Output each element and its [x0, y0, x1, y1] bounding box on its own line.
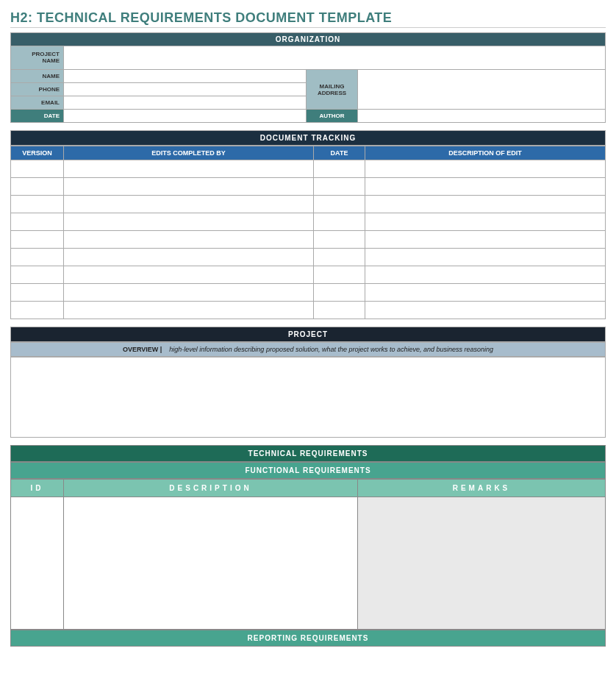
tracking-row — [11, 284, 606, 302]
tracking-cell-version[interactable] — [11, 302, 64, 319]
value-phone[interactable] — [64, 83, 307, 96]
tracking-cell-description[interactable] — [365, 196, 606, 213]
functional-remarks[interactable] — [358, 497, 606, 630]
tracking-cell-description[interactable] — [365, 178, 606, 196]
tracking-cell-date[interactable] — [314, 213, 365, 231]
document-tracking-header: DOCUMENT TRACKING — [10, 130, 606, 146]
tracking-row — [11, 213, 606, 231]
project-header: PROJECT — [10, 327, 606, 342]
value-mailing-address[interactable] — [358, 70, 606, 110]
col-version: VERSION — [11, 146, 64, 160]
tracking-cell-date[interactable] — [314, 302, 365, 319]
tracking-cell-version[interactable] — [11, 178, 64, 196]
tracking-cell-edits_by[interactable] — [64, 231, 314, 249]
tracking-cell-date[interactable] — [314, 249, 365, 266]
tracking-cell-description[interactable] — [365, 284, 606, 302]
tracking-cell-date[interactable] — [314, 266, 365, 284]
functional-row — [11, 497, 606, 630]
value-email[interactable] — [64, 96, 307, 110]
col-remarks: REMARKS — [358, 480, 606, 497]
value-name[interactable] — [64, 70, 307, 83]
col-func-description: DESCRIPTION — [64, 480, 358, 497]
tracking-cell-edits_by[interactable] — [64, 284, 314, 302]
tracking-cell-date[interactable] — [314, 160, 365, 178]
tracking-cell-version[interactable] — [11, 231, 64, 249]
tracking-cell-edits_by[interactable] — [64, 160, 314, 178]
tracking-row — [11, 178, 606, 196]
tracking-cell-date[interactable] — [314, 284, 365, 302]
tracking-row — [11, 302, 606, 319]
tracking-row — [11, 160, 606, 178]
tracking-cell-version[interactable] — [11, 249, 64, 266]
label-email: EMAIL — [11, 96, 64, 110]
overview-description: high-level information describing propos… — [169, 346, 493, 353]
tracking-cell-edits_by[interactable] — [64, 302, 314, 319]
functional-description[interactable] — [64, 497, 358, 630]
overview-label: OVERVIEW | — [123, 346, 162, 353]
tracking-cell-version[interactable] — [11, 213, 64, 231]
organization-table: ORGANIZATION PROJECT NAME NAME MAILING A… — [10, 32, 606, 123]
value-date[interactable] — [64, 110, 307, 123]
tracking-cell-edits_by[interactable] — [64, 196, 314, 213]
tracking-cell-description[interactable] — [365, 160, 606, 178]
reporting-requirements-header: REPORTING REQUIREMENTS — [10, 630, 606, 647]
label-mailing-address: MAILING ADDRESS — [307, 70, 358, 110]
value-author[interactable] — [358, 110, 606, 123]
tracking-cell-description[interactable] — [365, 213, 606, 231]
label-project-name: PROJECT NAME — [11, 46, 64, 70]
document-tracking-table: VERSION EDITS COMPLETED BY DATE DESCRIPT… — [10, 146, 606, 319]
tracking-row — [11, 196, 606, 213]
tracking-cell-version[interactable] — [11, 160, 64, 178]
label-name: NAME — [11, 70, 64, 83]
tracking-cell-edits_by[interactable] — [64, 266, 314, 284]
functional-id[interactable] — [11, 497, 64, 630]
tracking-row — [11, 231, 606, 249]
tracking-cell-edits_by[interactable] — [64, 213, 314, 231]
technical-requirements-header: TECHNICAL REQUIREMENTS — [10, 445, 606, 462]
project-body[interactable] — [10, 357, 606, 438]
label-author: AUTHOR — [307, 110, 358, 123]
tracking-cell-version[interactable] — [11, 266, 64, 284]
tracking-row — [11, 249, 606, 266]
tracking-row — [11, 266, 606, 284]
organization-header: ORGANIZATION — [11, 33, 606, 46]
col-id: ID — [11, 480, 64, 497]
col-edits-by: EDITS COMPLETED BY — [64, 146, 314, 160]
tracking-cell-description[interactable] — [365, 249, 606, 266]
tracking-cell-description[interactable] — [365, 266, 606, 284]
label-phone: PHONE — [11, 83, 64, 96]
functional-requirements-header: FUNCTIONAL REQUIREMENTS — [10, 462, 606, 479]
tracking-cell-version[interactable] — [11, 284, 64, 302]
tracking-cell-description[interactable] — [365, 231, 606, 249]
tracking-cell-version[interactable] — [11, 196, 64, 213]
functional-requirements-table: ID DESCRIPTION REMARKS — [10, 479, 606, 630]
tracking-cell-date[interactable] — [314, 178, 365, 196]
value-project-name[interactable] — [64, 46, 606, 70]
tracking-cell-date[interactable] — [314, 196, 365, 213]
col-date: DATE — [314, 146, 365, 160]
project-overview-bar: OVERVIEW | high-level information descri… — [10, 342, 606, 357]
tracking-cell-edits_by[interactable] — [64, 178, 314, 196]
label-date: DATE — [11, 110, 64, 123]
tracking-cell-description[interactable] — [365, 302, 606, 319]
col-description: DESCRIPTION OF EDIT — [365, 146, 606, 160]
tracking-cell-edits_by[interactable] — [64, 249, 314, 266]
page-title: H2: TECHNICAL REQUIREMENTS DOCUMENT TEMP… — [10, 6, 606, 28]
tracking-cell-date[interactable] — [314, 231, 365, 249]
